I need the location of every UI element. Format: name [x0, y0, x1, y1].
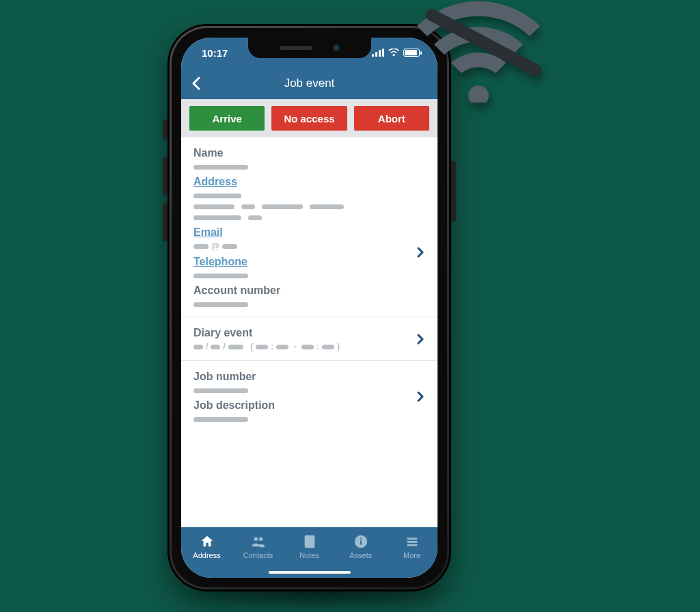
tab-label: More: [403, 551, 420, 559]
mute-switch: [163, 120, 167, 139]
page-title: Job event: [284, 77, 335, 90]
name-label: Name: [193, 147, 425, 159]
address-value: [193, 194, 241, 198]
email-label[interactable]: Email: [193, 226, 425, 239]
no-access-button[interactable]: No access: [271, 106, 347, 131]
tab-notes[interactable]: Notes: [284, 527, 335, 566]
home-indicator: [269, 571, 351, 574]
address-label[interactable]: Address: [193, 176, 425, 188]
power-button: [451, 161, 456, 221]
job-number-value: [193, 388, 248, 393]
diary-event-label: Diary event: [193, 327, 425, 339]
email-value: @: [193, 244, 425, 249]
job-details[interactable]: Name Address Email @ Telephon: [181, 137, 438, 527]
telephone-label[interactable]: Telephone: [193, 256, 425, 268]
tab-label: Address: [193, 551, 220, 559]
info-icon: [353, 534, 368, 549]
wifi-off-icon: [403, 0, 554, 105]
wifi-icon: [388, 47, 399, 59]
tab-assets[interactable]: Assets: [335, 527, 386, 566]
svg-rect-2: [360, 540, 362, 544]
tab-more[interactable]: More: [386, 527, 438, 566]
tab-label: Contacts: [243, 551, 273, 559]
back-button[interactable]: [189, 76, 204, 91]
phone-screen: 10:17 Job event Arrive No access Abort: [181, 38, 438, 578]
chevron-right-icon[interactable]: [416, 334, 425, 345]
chevron-right-icon[interactable]: [416, 247, 425, 258]
action-bar: Arrive No access Abort: [181, 99, 438, 137]
section-customer: Name Address Email @ Telephon: [181, 137, 438, 317]
job-description-value: [193, 417, 248, 422]
tab-bar: Address Contacts Notes Assets More: [181, 527, 438, 578]
notes-icon: [302, 534, 317, 549]
phone-mockup: 10:17 Job event Arrive No access Abort: [167, 24, 451, 591]
tab-label: Notes: [299, 551, 319, 559]
volume-up-button: [163, 157, 167, 195]
tab-address[interactable]: Address: [181, 527, 232, 566]
address-value: [193, 204, 425, 209]
arrive-button[interactable]: Arrive: [189, 106, 265, 131]
job-description-label: Job description: [193, 399, 425, 412]
cellular-signal-icon: [372, 49, 384, 57]
name-value: [193, 165, 248, 170]
phone-notch: [248, 38, 371, 58]
abort-button[interactable]: Abort: [354, 106, 429, 131]
status-time: 10:17: [202, 47, 228, 59]
section-job[interactable]: Job number Job description: [181, 361, 438, 431]
nav-bar: Job event: [181, 68, 438, 99]
tab-contacts[interactable]: Contacts: [232, 527, 284, 566]
job-number-label: Job number: [193, 371, 425, 383]
tab-label: Assets: [349, 551, 372, 559]
home-icon: [200, 534, 215, 549]
address-value: [193, 215, 425, 220]
account-number-label: Account number: [193, 284, 425, 297]
chevron-right-icon[interactable]: [416, 391, 425, 402]
account-number-value: [193, 302, 248, 307]
telephone-value: [193, 274, 248, 278]
svg-rect-3: [360, 537, 362, 539]
contacts-icon: [251, 534, 266, 549]
menu-icon: [405, 534, 420, 549]
volume-down-button: [163, 203, 167, 241]
section-diary[interactable]: Diary event // (: - :): [181, 317, 438, 361]
diary-event-value: // (: - :): [193, 345, 425, 349]
